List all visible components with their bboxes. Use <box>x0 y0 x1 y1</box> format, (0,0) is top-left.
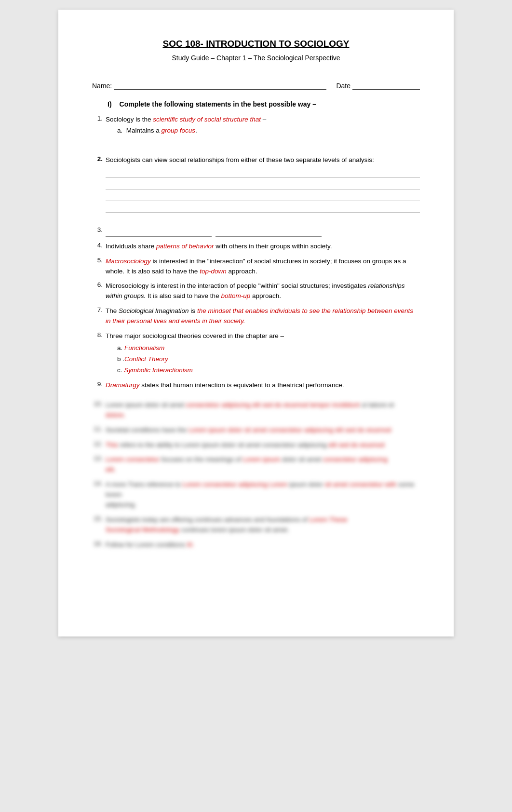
sub-item: b .Conflict Theory <box>117 354 420 365</box>
list-item: 3. <box>92 226 420 237</box>
name-label: Name: <box>92 82 112 90</box>
item-num: 16. <box>92 540 103 550</box>
item-num: 4. <box>92 242 103 252</box>
item-body: Dramaturgy states that human interaction… <box>106 380 420 391</box>
content-body: 1. Sociology is the scientific study of … <box>92 115 420 550</box>
section-i-header: I) Complete the following statements in … <box>108 100 420 108</box>
item-body: Lorem ipsum dolor sit amet consectetur a… <box>106 400 420 420</box>
item-num: 13. <box>92 455 103 475</box>
list-item: 2. Sociologists can view social relation… <box>92 155 420 215</box>
item-body: Sociology is the scientific study of soc… <box>106 115 420 136</box>
section-roman: I) <box>108 100 112 108</box>
sub-item: c. Symbolic Interactionism <box>117 365 420 376</box>
item-body: Individuals share patterns of behavior w… <box>106 242 420 252</box>
item-num: 8. <box>92 331 103 376</box>
item-body: Societal conditions have the Lorem ipsum… <box>106 425 420 435</box>
item-num: 10. <box>92 400 103 420</box>
item-num: 3. <box>92 226 103 237</box>
highlight-text: patterns of behavior <box>156 243 214 250</box>
name-date-row: Name: Date <box>92 81 420 90</box>
sub-item: a. Functionalism <box>117 343 420 353</box>
item-body: Microsociology is interest in the intera… <box>106 281 420 301</box>
date-label: Date <box>336 82 350 90</box>
list-item: 5. Macrosociology is interested in the "… <box>92 257 420 277</box>
highlight-text: top-down <box>200 268 227 275</box>
blurred-item-10: 10. Lorem ipsum dolor sit amet consectet… <box>92 400 420 420</box>
highlight-text: bottom-up <box>221 292 250 299</box>
blank-line <box>106 226 212 237</box>
item-body: Sociologists can view social relationshi… <box>106 155 420 215</box>
item-body: This refers to the ability to Lorem ipsu… <box>106 440 420 450</box>
page: SOC 108- INTRODUCTION TO SOCIOLOGY Study… <box>58 10 454 636</box>
blurred-item-12: 12. This refers to the ability to Lorem … <box>92 440 420 450</box>
blurred-item-13: 13. Lorem consectetur focuses on the mea… <box>92 455 420 475</box>
highlight-text: Conflict Theory <box>124 355 168 363</box>
list-item: 6. Microsociology is interest in the int… <box>92 281 420 301</box>
item-body <box>106 226 420 237</box>
page-title: SOC 108- INTRODUCTION TO SOCIOLOGY <box>92 39 420 49</box>
item-num: 5. <box>92 257 103 277</box>
list-item: 9. Dramaturgy states that human interact… <box>92 380 420 391</box>
name-input-line <box>114 81 326 90</box>
item-body: Follow for Lorem conditions III. <box>106 540 420 550</box>
page-subtitle: Study Guide – Chapter 1 – The Sociologic… <box>92 54 420 62</box>
blank-line <box>216 226 322 237</box>
item-num: 11. <box>92 425 103 435</box>
item-num: 14. <box>92 480 103 510</box>
item-body: Lorem consectetur focuses on the meaning… <box>106 455 420 475</box>
item-body: The Sociological Imagination is the mind… <box>106 306 420 326</box>
item-num: 6. <box>92 281 103 301</box>
highlight-text: Symbolic Interactionism <box>124 366 193 374</box>
highlight-text: group focus <box>162 127 196 134</box>
item-num: 1. <box>92 115 103 136</box>
highlight-text: Dramaturgy <box>106 381 140 389</box>
item-num: 15. <box>92 515 103 535</box>
item-num: 2. <box>92 155 103 215</box>
blurred-item-16: 16. Follow for Lorem conditions III. <box>92 540 420 550</box>
item-num: 9. <box>92 380 103 391</box>
item-num: 12. <box>92 440 103 450</box>
list-item: 7. The Sociological Imagination is the m… <box>92 306 420 326</box>
blurred-item-14: 14. A more Trans reference to Lorem cons… <box>92 480 420 510</box>
section-i-text: Complete the following statements in the… <box>120 100 316 108</box>
item-body: A more Trans reference to Lorem consecte… <box>106 480 420 510</box>
blurred-item-11: 11. Societal conditions have the Lorem i… <box>92 425 420 435</box>
date-input-line <box>352 81 420 90</box>
sub-item: a. Maintains a group focus. <box>117 126 420 136</box>
list-item: 8. Three major sociological theories cov… <box>92 331 420 376</box>
answer-lines <box>106 168 420 213</box>
highlight-text: Macrosociology <box>106 257 151 265</box>
item-body: Macrosociology is interested in the "int… <box>106 257 420 277</box>
item-body: Sociologists today are offering continue… <box>106 515 420 535</box>
item-body: Three major sociological theories covere… <box>106 331 420 376</box>
list-item: 4. Individuals share patterns of behavio… <box>92 242 420 252</box>
highlight-text: scientific study of social structure tha… <box>153 116 261 123</box>
item-num: 7. <box>92 306 103 326</box>
blurred-item-15: 15. Sociologists today are offering cont… <box>92 515 420 535</box>
highlight-text: Functionalism <box>124 344 164 352</box>
list-item: 1. Sociology is the scientific study of … <box>92 115 420 136</box>
